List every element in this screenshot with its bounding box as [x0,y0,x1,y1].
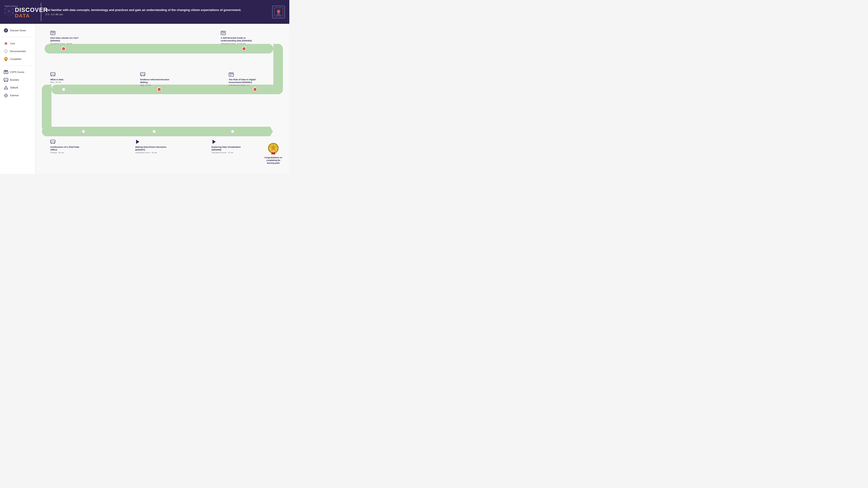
svg-point-32 [7,81,7,82]
header-text: Get familiar with data concepts, termino… [45,8,272,16]
course-ddn301[interactable]: The Role of Data in Digital Government (… [229,72,269,86]
ddn307-dot [152,129,156,134]
sidebar-item-external-label: External [10,94,19,97]
svg-rect-50 [224,32,225,33]
svg-rect-49 [224,32,225,32]
ddn302-dot [61,46,66,51]
busrides-icon [4,77,8,82]
ddn303-title: A Self-Directed Guide to Understanding D… [221,37,253,42]
svg-rect-40 [51,31,55,35]
svg-line-10 [9,11,13,13]
completed-icon [4,57,8,61]
skillsoft-icon [4,85,8,90]
sidebar-item-skillsoft[interactable]: Skillsoft [2,85,33,91]
svg-point-69 [54,143,55,143]
ddn308-meta: Self-paced course · 27 min [212,152,246,154]
logo-data: DATA [15,13,48,19]
ddn303-dot [242,46,246,51]
svg-rect-65 [232,73,233,74]
svg-rect-51 [224,33,224,34]
evidence-title: Evidence Informed Decision Making [140,78,172,84]
header-description: Get familiar with data concepts, termino… [45,8,272,12]
svg-marker-35 [4,86,8,89]
sidebar-divider-2 [2,65,33,66]
svg-rect-45 [53,33,54,34]
content-area: How Data Literate Are You? (DDN302) Self… [35,24,289,174]
svg-point-63 [230,73,231,74]
congrats-text: Congratulations on completing the learni… [263,156,284,165]
congrats-badge: Congratulations on completing the learni… [263,142,284,165]
what-is-data-dot [62,87,66,92]
track-row3-arrow [264,127,273,136]
ddn303-icon [221,30,226,35]
ddn302-title: How Data Literate Are You? (DDN302) [50,37,82,42]
evidence-dot [157,87,161,92]
sidebar-legend-completed: Completed [2,56,33,62]
svg-marker-71 [136,140,139,144]
what-is-data-icon [50,72,55,77]
course-confessions[interactable]: Confessions of a Chief Data Officer Podc… [50,139,82,154]
sidebar-item-external[interactable]: External [2,92,33,99]
evidence-meta: Blog · 10 min [140,84,175,86]
svg-point-68 [51,143,52,143]
course-evidence[interactable]: Evidence Informed Decision Making Blog ·… [140,72,175,86]
svg-rect-43 [53,32,55,32]
ddn302-icon [50,30,55,35]
canada-badge [272,6,285,18]
external-icon [4,93,8,98]
course-ddn302[interactable]: How Data Literate Are You? (DDN302) Self… [50,30,82,44]
ddn307-icon [135,139,140,144]
logo: Digital Academy DISCOVER DATA [5,5,37,19]
svg-marker-72 [213,140,216,144]
csps-icon [4,70,8,74]
path-container: How Data Literate Are You? (DDN302) Self… [38,26,287,171]
main-layout: Discover Series Core Recommended [0,24,289,174]
core-dot-icon [4,41,8,46]
discover-icon [4,28,8,33]
ddn301-meta: Instructor-led course · 2 h [229,84,269,86]
medal-icon [267,142,280,155]
sidebar-item-discover[interactable]: Discover Series [2,27,33,34]
logo-network-icon [3,6,15,17]
what-is-data-meta: Blog · 25 min [50,81,63,83]
sidebar-item-csps-label: CSPS Course [10,71,24,73]
svg-rect-62 [229,73,234,76]
evidence-icon [140,72,145,77]
recommended-dot-icon [4,49,8,54]
svg-line-9 [5,11,9,13]
sidebar-item-busrides[interactable]: Busrides [2,76,33,83]
confessions-meta: Podcast · 26 min [50,152,82,154]
header: Digital Academy DISCOVER DATA [0,0,289,24]
confessions-title: Confessions of a Chief Data Officer [50,146,82,152]
svg-point-60 [144,75,145,76]
sidebar-divider-1 [2,37,33,37]
logo-discover: DISCOVER [15,7,48,13]
svg-line-8 [9,9,13,11]
track-row1-horizontal [44,44,273,54]
course-ddn308[interactable]: Exploring Data Visualization (DDN308) Se… [212,139,246,154]
sidebar: Discover Series Core Recommended [0,24,35,174]
course-ddn303[interactable]: A Self-Directed Guide to Understanding D… [221,30,257,44]
header-duration: 5 h - 6 h 46 min [45,13,272,16]
ddn307-title: Making Data-Driven Decisions (DDN307) [135,146,167,152]
completed-label: Completed [10,58,21,60]
course-what-is-data[interactable]: What is Data Blog · 25 min [50,72,63,83]
svg-point-54 [54,75,55,76]
svg-point-53 [51,75,52,76]
sidebar-item-discover-label: Discover Series [10,29,26,32]
svg-point-59 [141,75,142,76]
sidebar-item-skillsoft-label: Skillsoft [10,87,18,89]
ddn308-icon [212,139,217,144]
confessions-icon [50,139,55,144]
sidebar-legend-core: Core [2,40,33,47]
svg-line-7 [5,9,9,11]
what-is-data-title: What is Data [50,78,63,81]
course-ddn307[interactable]: Making Data-Driven Decisions (DDN307) Se… [135,139,169,154]
svg-point-47 [222,32,223,33]
svg-point-31 [4,81,5,82]
ddn302-meta: Self-paced course · 20 min [50,42,82,44]
ddn301-icon [229,72,234,77]
sidebar-item-busrides-label: Busrides [10,79,19,81]
sidebar-item-csps[interactable]: CSPS Course [2,69,33,75]
ddn303-meta: Self-paced course · 2 h 30 min [221,42,257,44]
